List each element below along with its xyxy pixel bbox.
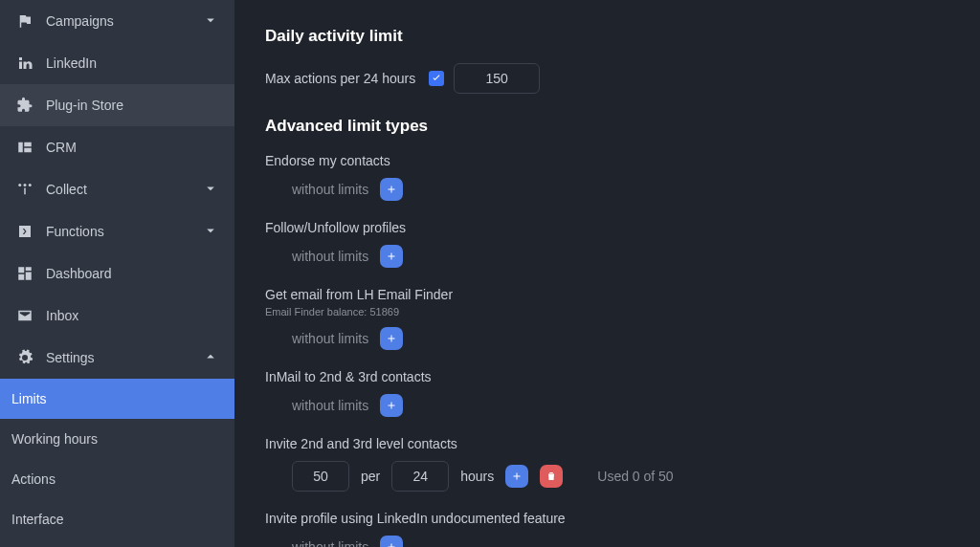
sidebar-item-label: Functions: [46, 224, 104, 239]
max-actions-label: Max actions per 24 hours: [265, 71, 415, 86]
hours-label: hours: [460, 469, 494, 484]
sidebar-item-label: Dashboard: [46, 266, 112, 281]
limit-title: Endorse my contacts: [265, 153, 980, 168]
add-limit-button[interactable]: [380, 245, 403, 268]
limit-inmail: InMail to 2nd & 3rd contacts without lim…: [265, 369, 980, 417]
chevron-up-icon: [202, 348, 219, 368]
limit-title: Invite 2nd and 3rd level contacts: [265, 436, 980, 451]
max-actions-checkbox[interactable]: [429, 71, 444, 86]
add-limit-button[interactable]: [505, 465, 528, 488]
sidebar-subitem-limits[interactable]: Limits: [0, 379, 234, 419]
limit-endorse: Endorse my contacts without limits: [265, 153, 980, 201]
max-actions-row: Max actions per 24 hours: [265, 63, 980, 94]
max-actions-input[interactable]: [454, 63, 540, 94]
sidebar-item-label: LinkedIn: [46, 55, 97, 71]
sidebar-subitem-label: Limits: [11, 391, 47, 406]
main-content: Daily activity limit Max actions per 24 …: [234, 0, 980, 547]
sidebar-item-label: Settings: [46, 350, 95, 365]
functions-icon: [15, 222, 34, 241]
add-limit-button[interactable]: [380, 178, 403, 201]
chevron-down-icon: [202, 11, 219, 32]
used-label: Used 0 of 50: [597, 469, 673, 484]
dashboard-icon: [15, 264, 34, 283]
sidebar-item-label: Campaigns: [46, 13, 114, 29]
sidebar-item-functions[interactable]: Functions: [0, 210, 234, 252]
add-limit-button[interactable]: [380, 394, 403, 417]
without-limits-label: without limits: [292, 398, 368, 413]
advanced-limit-heading: Advanced limit types: [265, 117, 980, 136]
add-limit-button[interactable]: [380, 536, 403, 547]
without-limits-label: without limits: [292, 182, 368, 197]
sidebar: Campaigns LinkedIn Plug-in Store CRM Col…: [0, 0, 234, 547]
sidebar-item-settings[interactable]: Settings: [0, 337, 234, 379]
collect-icon: [15, 180, 34, 199]
crm-icon: [15, 138, 34, 157]
svg-point-2: [29, 184, 32, 186]
linkedin-icon: [15, 54, 34, 73]
sidebar-item-crm[interactable]: CRM: [0, 126, 234, 168]
limit-hours-input[interactable]: [391, 461, 449, 492]
svg-point-1: [24, 184, 27, 186]
limit-invite-undocumented: Invite profile using LinkedIn undocument…: [265, 511, 980, 547]
without-limits-label: without limits: [292, 539, 368, 547]
sidebar-subitem-label: Interface: [11, 512, 63, 527]
add-limit-button[interactable]: [380, 327, 403, 350]
limit-count-input[interactable]: [292, 461, 349, 492]
sidebar-subitem-interface[interactable]: Interface: [0, 499, 234, 539]
sidebar-item-label: Plug-in Store: [46, 98, 123, 113]
sidebar-item-linkedin[interactable]: LinkedIn: [0, 42, 234, 84]
sidebar-subitem-working-hours[interactable]: Working hours: [0, 419, 234, 459]
chevron-down-icon: [202, 222, 219, 242]
sidebar-item-collect[interactable]: Collect: [0, 168, 234, 210]
chevron-down-icon: [202, 180, 219, 200]
gear-icon: [15, 348, 34, 367]
sidebar-item-dashboard[interactable]: Dashboard: [0, 252, 234, 295]
puzzle-icon: [15, 96, 34, 115]
sidebar-subitem-label: Working hours: [11, 431, 98, 447]
without-limits-label: without limits: [292, 331, 368, 346]
flag-icon: [15, 11, 34, 31]
sidebar-item-label: Inbox: [46, 308, 78, 323]
limit-title: Invite profile using LinkedIn undocument…: [265, 511, 980, 526]
sidebar-item-inbox[interactable]: Inbox: [0, 295, 234, 337]
daily-limit-heading: Daily activity limit: [265, 27, 980, 46]
check-icon: [431, 73, 442, 84]
limit-title: InMail to 2nd & 3rd contacts: [265, 369, 980, 384]
limit-email-finder: Get email from LH Email Finder Email Fin…: [265, 287, 980, 350]
sidebar-item-label: Collect: [46, 182, 87, 197]
sidebar-item-campaigns[interactable]: Campaigns: [0, 0, 234, 42]
limit-follow: Follow/Unfollow profiles without limits: [265, 220, 980, 268]
limit-invite-2nd-3rd: Invite 2nd and 3rd level contacts per ho…: [265, 436, 980, 492]
without-limits-label: without limits: [292, 249, 368, 264]
limit-subtitle: Email Finder balance: 51869: [265, 306, 980, 317]
per-label: per: [361, 469, 380, 484]
sidebar-subitem-label: Actions: [11, 471, 56, 487]
sidebar-item-label: CRM: [46, 140, 77, 155]
svg-point-0: [18, 184, 21, 186]
limit-title: Get email from LH Email Finder: [265, 287, 980, 302]
delete-limit-button[interactable]: [540, 465, 563, 488]
sidebar-subitem-actions[interactable]: Actions: [0, 459, 234, 499]
limit-title: Follow/Unfollow profiles: [265, 220, 980, 235]
sidebar-item-plugin-store[interactable]: Plug-in Store: [0, 84, 234, 126]
inbox-icon: [15, 306, 34, 325]
